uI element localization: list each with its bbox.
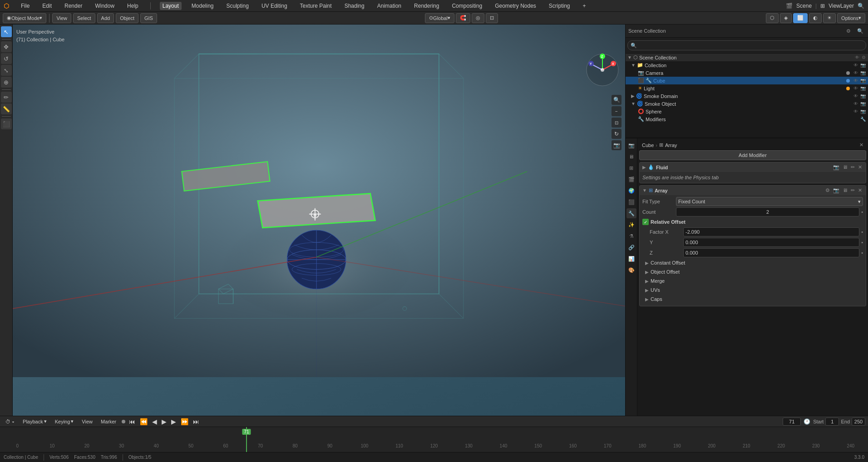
tool-select[interactable]: ↖	[1, 26, 12, 37]
workspace-animation[interactable]: Animation	[375, 2, 404, 10]
props-physics-icon[interactable]: ⚗	[626, 231, 636, 241]
menu-edit[interactable]: Edit	[39, 2, 54, 10]
orbit-btn[interactable]: ↻	[612, 129, 621, 139]
array-filter-icon[interactable]: ⚙	[824, 187, 831, 193]
constant-offset-header[interactable]: ▶ Constant Offset	[642, 259, 863, 267]
tool-measure[interactable]: 📏	[1, 103, 12, 114]
material-view[interactable]: ◐	[809, 13, 822, 23]
3d-viewport[interactable]: User Perspective (71) Collection | Cube …	[13, 25, 625, 416]
props-output-icon[interactable]: 🖥	[626, 152, 636, 162]
light-eye[interactable]: 👁	[853, 86, 858, 91]
props-constraints-icon[interactable]: 🔗	[626, 242, 636, 252]
count-value[interactable]: 2	[676, 207, 859, 216]
object-menu[interactable]: Object	[116, 13, 138, 23]
start-value[interactable]: 1	[825, 418, 839, 426]
transform-space[interactable]: ⊙ Global ▾	[425, 13, 454, 23]
factor-y-value[interactable]: 0.000	[683, 238, 859, 247]
smoke-obj-eye[interactable]: 👁	[853, 101, 858, 106]
gis-menu[interactable]: GIS	[140, 13, 157, 23]
props-view-layer-icon[interactable]: ⊞	[626, 163, 636, 173]
workspace-layout[interactable]: Layout	[160, 2, 182, 10]
transport-next-keyframe[interactable]: ⏩	[180, 417, 189, 426]
outliner-item-light[interactable]: ☀ Light 👁 📷	[626, 84, 868, 92]
view-layer-name[interactable]: ViewLayer	[829, 3, 854, 9]
outliner-item-smoke-domain[interactable]: ▶ 🌀 Smoke Domain 👁 📷	[626, 92, 868, 100]
smoke-obj-render[interactable]: 📷	[860, 101, 866, 106]
menu-file[interactable]: File	[18, 2, 32, 10]
factor-z-value[interactable]: 0.000	[683, 248, 859, 257]
tl-view-btn[interactable]: View	[79, 418, 95, 425]
zoom-in-btn[interactable]: 🔍	[612, 95, 621, 105]
camera-eye[interactable]: 👁	[853, 70, 858, 75]
timeline-track[interactable]: 0 10 20 30 40 50 60 70 80 90 100 110 120…	[0, 427, 868, 452]
outliner-item-cube[interactable]: ⬛ 🔧 Cube 👁 📷	[626, 77, 868, 84]
outliner-item-sphere[interactable]: ⭕ Sphere 👁 📷	[626, 108, 868, 115]
snap-btn[interactable]: 🧲	[456, 13, 470, 23]
scene-coll-filter[interactable]: ⚙	[861, 55, 866, 60]
workspace-scripting[interactable]: Scripting	[546, 2, 573, 10]
workspace-sculpting[interactable]: Sculpting	[224, 2, 252, 10]
transport-play[interactable]: ▶	[161, 417, 168, 426]
cube-render[interactable]: 📷	[860, 78, 866, 83]
outliner-search-input[interactable]	[639, 43, 863, 48]
breadcrumb-array[interactable]: Array	[665, 143, 677, 148]
smoke-domain-render[interactable]: 📷	[860, 93, 866, 98]
outliner-item-modifiers[interactable]: 🔧 Modifiers 🔧	[626, 115, 868, 123]
breadcrumb-close[interactable]: ✕	[859, 142, 863, 148]
props-world-icon[interactable]: 🌍	[626, 186, 636, 196]
viewport-gizmo[interactable]: Z X Y	[584, 52, 621, 88]
tool-annotate[interactable]: ✏	[1, 92, 12, 103]
factor-x-dot[interactable]: •	[861, 229, 863, 235]
outliner-item-smoke-object[interactable]: ▼ 🌀 Smoke Object 👁 📷	[626, 100, 868, 108]
factor-y-dot[interactable]: •	[861, 240, 863, 245]
mode-selector[interactable]: ◉ Object Mode ▾	[3, 13, 46, 23]
object-offset-header[interactable]: ▶ Object Offset	[642, 268, 863, 276]
fluid-render-icon[interactable]: 🖥	[842, 164, 848, 170]
workspace-shading[interactable]: Shading	[342, 2, 367, 10]
end-value[interactable]: 250	[852, 418, 865, 426]
mod-icon2[interactable]: 🔧	[860, 117, 866, 122]
coll-eye[interactable]: 👁	[853, 63, 858, 68]
workspace-texture-paint[interactable]: Texture Paint	[297, 2, 335, 10]
scene-name[interactable]: Scene	[796, 3, 812, 9]
outliner-search-box[interactable]: 🔍	[627, 40, 866, 50]
tl-editor-type[interactable]: ⏱ ▾	[3, 418, 17, 425]
mirror-btn[interactable]: ⊡	[486, 13, 498, 23]
transport-prev-keyframe[interactable]: ⏪	[139, 417, 148, 426]
workspace-add[interactable]: +	[580, 2, 589, 10]
perspective-btn[interactable]: ⊡	[612, 118, 621, 128]
select-menu[interactable]: Select	[73, 13, 95, 23]
fluid-edit-icon[interactable]: ✏	[850, 164, 856, 170]
caps-header[interactable]: ▶ Caps	[642, 295, 863, 303]
props-material-icon[interactable]: 🎨	[626, 265, 636, 275]
menu-render[interactable]: Render	[62, 2, 85, 10]
tool-add-cube[interactable]: ⬛	[1, 118, 12, 129]
zoom-out-btn[interactable]: −	[612, 106, 621, 116]
add-modifier-button[interactable]: Add Modifier	[639, 150, 866, 160]
array-camera-icon[interactable]: 📷	[832, 187, 840, 193]
fit-type-dropdown[interactable]: Fixed Count ▾	[676, 197, 863, 206]
tl-marker-btn[interactable]: Marker	[98, 418, 119, 425]
outliner-search-btn[interactable]: 🔍	[855, 26, 865, 36]
menu-window[interactable]: Window	[92, 2, 117, 10]
tl-playback-btn[interactable]: Playback ▾	[20, 418, 49, 425]
merge-header[interactable]: ▶ Merge	[642, 277, 863, 285]
current-frame-display[interactable]: 71	[783, 418, 801, 426]
camera-view-btn[interactable]: 📷	[612, 140, 621, 150]
modifier-fluid-header[interactable]: ▶ 💧 Fluid 📷 🖥 ✏ ✕	[640, 162, 866, 172]
tool-rotate[interactable]: ↺	[1, 53, 12, 64]
smoke-domain-eye[interactable]: 👁	[853, 93, 858, 98]
props-particles-icon[interactable]: ✨	[626, 220, 636, 230]
props-scene-icon[interactable]: 🎬	[626, 174, 636, 184]
add-menu[interactable]: Add	[97, 13, 114, 23]
factor-x-value[interactable]: -2.090	[683, 227, 859, 236]
outliner-filter-btn[interactable]: ⚙	[843, 26, 853, 36]
props-modifier-icon[interactable]: 🔧	[626, 208, 636, 218]
breadcrumb-cube[interactable]: Cube	[642, 143, 654, 148]
sphere-eye[interactable]: 👁	[853, 109, 858, 114]
rendered-view[interactable]: ☀	[823, 13, 836, 23]
menu-help[interactable]: Help	[124, 2, 141, 10]
props-object-icon[interactable]: ⬛	[626, 197, 636, 207]
transport-jump-start[interactable]: ⏮	[128, 417, 136, 426]
relative-offset-checkbox[interactable]: ✓	[642, 219, 649, 225]
